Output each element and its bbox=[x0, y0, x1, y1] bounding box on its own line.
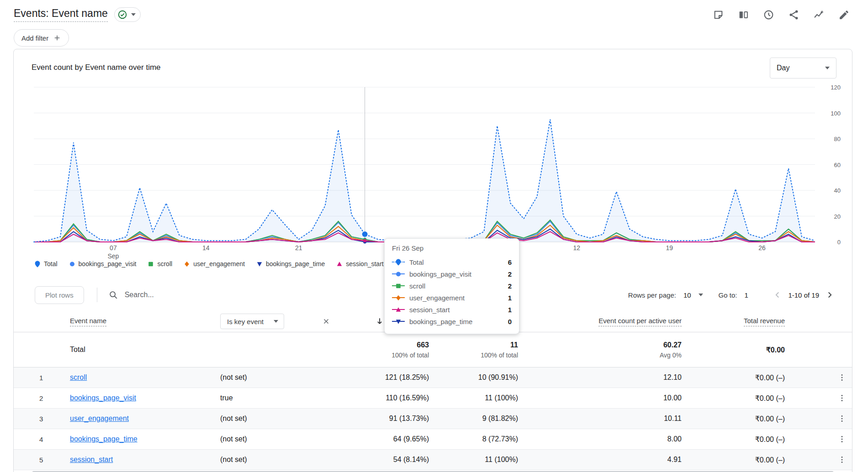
legend-item-user-engagement[interactable]: user_engagement bbox=[184, 260, 245, 267]
legend-item-total[interactable]: Total bbox=[35, 260, 58, 267]
event-count-value: 91 (13.73%) bbox=[336, 414, 432, 423]
diamond-marker-icon bbox=[184, 261, 190, 267]
table-row: 3 user_engagement (not set) 91 (13.73%) … bbox=[14, 409, 852, 429]
total-event-count-sub: 100% of total bbox=[336, 351, 429, 359]
svg-text:60: 60 bbox=[834, 162, 841, 168]
rows-per-page-select[interactable]: 10 bbox=[683, 291, 703, 299]
column-header-event-count-per-active-user[interactable]: Event count per active user bbox=[598, 317, 682, 326]
tooltip-series-label: bookings_page_visit bbox=[409, 270, 503, 278]
legend-item-scroll[interactable]: scroll bbox=[148, 260, 172, 267]
sort-descending-icon[interactable] bbox=[375, 317, 384, 326]
tooltip-series-label: session_start bbox=[409, 306, 503, 314]
chevron-right-icon[interactable] bbox=[825, 290, 835, 300]
legend-label: scroll bbox=[157, 260, 172, 267]
svg-text:100: 100 bbox=[831, 110, 841, 117]
is-key-event-value: (not set) bbox=[212, 456, 336, 464]
report-toolbar bbox=[713, 7, 850, 21]
page-title[interactable]: Events: Event name bbox=[14, 7, 108, 22]
secondary-dimension-value: Is key event bbox=[227, 318, 264, 325]
svg-text:40: 40 bbox=[834, 187, 841, 194]
event-count-value: 110 (16.59%) bbox=[336, 394, 432, 402]
kebab-menu-icon[interactable] bbox=[837, 435, 847, 444]
table-totals-row: Total 663100% of total 11100% of total 6… bbox=[14, 332, 852, 367]
granularity-value: Day bbox=[777, 64, 789, 72]
chart-title: Event count by Event name over time bbox=[32, 63, 161, 72]
kebab-menu-icon[interactable] bbox=[837, 393, 847, 403]
granularity-select[interactable]: Day bbox=[770, 58, 836, 79]
key-events-value: 10 (90.91%) bbox=[432, 373, 521, 382]
report-header: Events: Event name bbox=[0, 0, 868, 22]
pin-marker-icon bbox=[35, 261, 41, 267]
event-name-link[interactable]: session_start bbox=[70, 456, 113, 463]
total-per-active-user: 60.27 bbox=[521, 341, 682, 349]
pagination: Rows per page: 10 Go to: 1-10 of 19 bbox=[628, 290, 835, 300]
insights-icon[interactable] bbox=[813, 9, 825, 21]
search-input[interactable] bbox=[125, 291, 271, 299]
secondary-dimension-select[interactable]: Is key event bbox=[220, 314, 284, 329]
tooltip-row: user_engagement 1 bbox=[392, 292, 512, 304]
triangle-up-marker-icon bbox=[337, 261, 343, 267]
tooltip-series-label: bookings_page_time bbox=[409, 318, 503, 325]
remove-dimension-icon[interactable] bbox=[322, 317, 330, 325]
kebab-menu-icon[interactable] bbox=[837, 414, 847, 423]
svg-text:12: 12 bbox=[573, 244, 581, 252]
per-active-user-value: 8.00 bbox=[521, 435, 684, 443]
tooltip-row: session_start 1 bbox=[392, 304, 512, 315]
svg-text:20: 20 bbox=[834, 213, 841, 220]
table-row: 4 bookings_page_time (not set) 64 (9.65%… bbox=[14, 429, 852, 450]
event-count-line-chart[interactable]: 02040608010012007Sep14212805Oct121926 bbox=[33, 84, 851, 262]
edit-icon[interactable] bbox=[838, 9, 850, 21]
compare-icon[interactable] bbox=[738, 9, 749, 21]
event-name-link[interactable]: bookings_page_time bbox=[70, 435, 138, 443]
legend-label: user_engagement bbox=[193, 260, 245, 267]
revenue-value: ₹0.00 (–) bbox=[684, 435, 788, 444]
kebab-menu-icon[interactable] bbox=[837, 455, 847, 464]
chevron-down-icon bbox=[274, 320, 278, 323]
triangle-down-marker-icon bbox=[257, 261, 263, 267]
tooltip-series-value: 1 bbox=[508, 294, 512, 302]
chevron-left-icon[interactable] bbox=[773, 290, 783, 300]
add-filter-button[interactable]: Add filter bbox=[14, 29, 69, 47]
clock-icon[interactable] bbox=[763, 9, 774, 21]
circle-marker-icon bbox=[69, 261, 75, 267]
rows-per-page-value: 10 bbox=[683, 291, 691, 299]
chart-tooltip: Fri 26 Sep Total 6 bookings_page_visit 2… bbox=[384, 238, 519, 334]
triangle-up-marker-icon bbox=[392, 306, 405, 313]
circle-marker-icon bbox=[392, 271, 405, 278]
revenue-value: ₹0.00 (–) bbox=[684, 394, 788, 403]
plot-rows-button[interactable]: Plot rows bbox=[35, 286, 84, 304]
per-active-user-value: 10.00 bbox=[521, 394, 684, 402]
kebab-menu-icon[interactable] bbox=[837, 373, 847, 382]
is-key-event-value: true bbox=[212, 394, 336, 402]
pagination-range: 1-10 of 19 bbox=[788, 291, 819, 299]
legend-item-bookings-page-visit[interactable]: bookings_page_visit bbox=[69, 260, 137, 267]
totals-label: Total bbox=[62, 346, 212, 354]
total-revenue-value: ₹0.00 bbox=[684, 346, 788, 354]
key-events-value: 11 (100%) bbox=[432, 394, 521, 402]
column-header-total-revenue[interactable]: Total revenue bbox=[744, 317, 785, 326]
per-active-user-value: 12.10 bbox=[521, 373, 684, 382]
event-name-link[interactable]: bookings_page_visit bbox=[70, 394, 136, 402]
column-header-event-name[interactable]: Event name bbox=[70, 317, 106, 326]
event-name-link[interactable]: user_engagement bbox=[70, 414, 129, 422]
tooltip-series-label: Total bbox=[409, 258, 503, 266]
tooltip-series-label: user_engagement bbox=[409, 294, 503, 302]
share-icon[interactable] bbox=[788, 9, 799, 21]
legend-label: bookings_page_visit bbox=[79, 260, 137, 267]
revenue-value: ₹0.00 (–) bbox=[684, 414, 788, 423]
legend-label: session_start bbox=[346, 260, 383, 267]
chevron-down-icon bbox=[131, 13, 136, 16]
legend-item-bookings-page-time[interactable]: bookings_page_time bbox=[257, 260, 325, 267]
note-icon[interactable] bbox=[713, 9, 724, 21]
tooltip-row: bookings_page_visit 2 bbox=[392, 268, 512, 280]
report-status-pill[interactable] bbox=[114, 7, 141, 22]
legend-item-session-start[interactable]: session_start bbox=[337, 260, 383, 267]
svg-text:Sep: Sep bbox=[107, 252, 119, 260]
per-active-user-value: 4.91 bbox=[521, 456, 684, 464]
row-number: 4 bbox=[14, 435, 62, 443]
event-name-link[interactable]: scroll bbox=[70, 373, 87, 381]
legend-label: bookings_page_time bbox=[266, 260, 325, 267]
tooltip-row: bookings_page_time 0 bbox=[392, 315, 512, 327]
go-to-page-input[interactable] bbox=[744, 291, 761, 299]
svg-text:19: 19 bbox=[666, 244, 673, 252]
